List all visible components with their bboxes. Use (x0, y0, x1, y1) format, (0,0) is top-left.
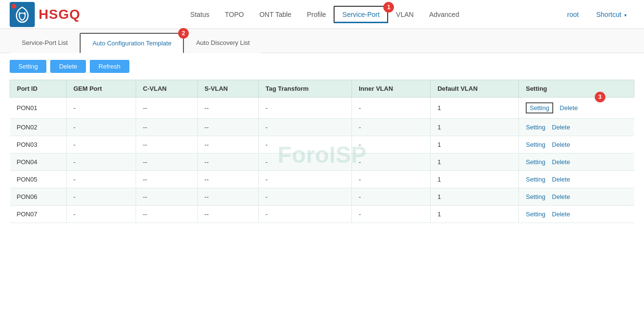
cell-c-vlan: -- (136, 206, 198, 223)
table-row: PON04 - -- -- - - 1 Setting Delete (10, 154, 634, 171)
shortcut-dropdown-icon: ▾ (624, 13, 627, 18)
cell-s-vlan: -- (197, 119, 258, 136)
cell-s-vlan: -- (197, 171, 258, 188)
nav-advanced[interactable]: Advanced (421, 7, 467, 22)
row-delete-button[interactable]: Delete (552, 176, 570, 183)
cell-actions: Setting Delete (519, 206, 634, 223)
table-wrapper: Port ID GEM Port C-VLAN S-VLAN Tag Trans… (0, 80, 644, 223)
col-port-id: Port ID (10, 80, 67, 98)
cell-tag-transform: - (258, 188, 351, 206)
cell-gem-port: - (66, 98, 136, 119)
row-delete-button[interactable]: Delete (552, 141, 570, 148)
cell-inner-vlan: - (352, 98, 431, 119)
cell-gem-port: - (66, 171, 136, 188)
toolbar: Setting Delete Refresh (0, 53, 644, 80)
row-setting-button[interactable]: Setting (526, 102, 553, 113)
row-delete-button[interactable]: Delete (552, 211, 570, 218)
step-badge-1: 1 (383, 2, 394, 13)
cell-tag-transform: - (258, 171, 351, 188)
cell-tag-transform: - (258, 119, 351, 136)
cell-s-vlan: -- (197, 154, 258, 171)
nav-right: root Shortcut ▾ (560, 7, 634, 22)
row-delete-button[interactable]: Delete (552, 158, 570, 166)
row-delete-button[interactable]: Delete (560, 104, 578, 112)
table-row: PON01 - -- -- - - 1 Setting Delete 3 (10, 98, 634, 119)
cell-tag-transform: - (258, 98, 351, 119)
cell-inner-vlan: - (352, 188, 431, 206)
table-row: PON02 - -- -- - - 1 Setting Delete (10, 119, 634, 136)
cell-default-vlan: 1 (431, 154, 519, 171)
cell-port-id: PON06 (10, 188, 67, 206)
table-row: PON06 - -- -- - - 1 Setting Delete (10, 188, 634, 206)
nav-service-port[interactable]: Service-Port 1 (334, 6, 388, 23)
table-row: PON03 - -- -- - - 1 Setting Delete (10, 136, 634, 154)
nav-ont-table[interactable]: ONT Table (252, 7, 299, 22)
cell-gem-port: - (66, 136, 136, 154)
nav-root[interactable]: root (560, 7, 587, 22)
cell-gem-port: - (66, 188, 136, 206)
cell-s-vlan: -- (197, 136, 258, 154)
logo-icon (10, 2, 35, 27)
table-row: PON07 - -- -- - - 1 Setting Delete (10, 206, 634, 223)
col-setting: Setting (519, 80, 634, 98)
cell-port-id: PON07 (10, 206, 67, 223)
tab-auto-discovery-list[interactable]: Auto Discovery List (184, 33, 262, 53)
row-setting-button[interactable]: Setting (526, 141, 545, 148)
cell-s-vlan: -- (197, 98, 258, 119)
cell-inner-vlan: - (352, 136, 431, 154)
cell-c-vlan: -- (136, 98, 198, 119)
tabs-bar: Service-Port List Auto Configuration Tem… (0, 29, 644, 53)
cell-c-vlan: -- (136, 119, 198, 136)
cell-actions: Setting Delete (519, 136, 634, 154)
table-body: PON01 - -- -- - - 1 Setting Delete 3 PON… (10, 98, 634, 223)
nav-profile[interactable]: Profile (299, 7, 334, 22)
row-setting-button[interactable]: Setting (526, 158, 545, 166)
col-s-vlan: S-VLAN (197, 80, 258, 98)
delete-button[interactable]: Delete (50, 60, 86, 73)
cell-default-vlan: 1 (431, 171, 519, 188)
cell-actions: Setting Delete (519, 171, 634, 188)
cell-s-vlan: -- (197, 188, 258, 206)
cell-inner-vlan: - (352, 206, 431, 223)
row-setting-button[interactable]: Setting (526, 124, 545, 131)
cell-gem-port: - (66, 206, 136, 223)
nav-shortcut[interactable]: Shortcut ▾ (588, 7, 634, 22)
cell-inner-vlan: - (352, 171, 431, 188)
col-gem-port: GEM Port (66, 80, 136, 98)
cell-inner-vlan: - (352, 119, 431, 136)
row-delete-button[interactable]: Delete (552, 124, 570, 131)
step-badge-3: 3 (595, 92, 605, 102)
row-delete-button[interactable]: Delete (552, 193, 570, 200)
cell-actions: Setting Delete (519, 188, 634, 206)
col-default-vlan: Default VLAN (431, 80, 519, 98)
tab-auto-config-template[interactable]: Auto Configuration Template 2 (80, 33, 184, 53)
setting-button[interactable]: Setting (10, 60, 46, 73)
table-header: Port ID GEM Port C-VLAN S-VLAN Tag Trans… (10, 80, 634, 98)
row-setting-button[interactable]: Setting (526, 211, 545, 218)
nav-status[interactable]: Status (182, 7, 217, 22)
cell-default-vlan: 1 (431, 136, 519, 154)
cell-gem-port: - (66, 154, 136, 171)
cell-default-vlan: 1 (431, 206, 519, 223)
logo-area: HSGQ (10, 2, 80, 27)
cell-tag-transform: - (258, 206, 351, 223)
cell-port-id: PON05 (10, 171, 67, 188)
row-setting-button[interactable]: Setting (526, 176, 545, 183)
header: HSGQ Status TOPO ONT Table Profile Servi… (0, 0, 644, 29)
cell-tag-transform: - (258, 154, 351, 171)
cell-default-vlan: 1 (431, 188, 519, 206)
nav-topo[interactable]: TOPO (217, 7, 252, 22)
refresh-button[interactable]: Refresh (90, 60, 129, 73)
col-inner-vlan: Inner VLAN (352, 80, 431, 98)
row-setting-button[interactable]: Setting (526, 193, 545, 200)
col-tag-transform: Tag Transform (258, 80, 351, 98)
main-nav: Status TOPO ONT Table Profile Service-Po… (99, 6, 549, 23)
cell-actions: Setting Delete (519, 154, 634, 171)
main-table: Port ID GEM Port C-VLAN S-VLAN Tag Trans… (10, 80, 634, 223)
tab-service-port-list[interactable]: Service-Port List (10, 33, 80, 53)
cell-c-vlan: -- (136, 171, 198, 188)
cell-c-vlan: -- (136, 188, 198, 206)
cell-port-id: PON04 (10, 154, 67, 171)
cell-default-vlan: 1 (431, 98, 519, 119)
cell-default-vlan: 1 (431, 119, 519, 136)
